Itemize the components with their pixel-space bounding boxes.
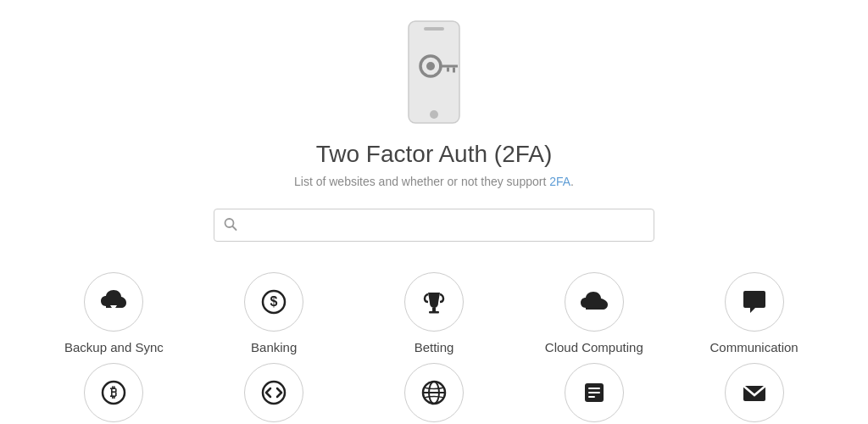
page-container: Two Factor Auth (2FA) List of websites a… xyxy=(0,0,868,424)
category-backup-sync[interactable]: Backup and Sync xyxy=(37,272,190,354)
svg-text:₿: ₿ xyxy=(110,385,117,399)
svg-rect-23 xyxy=(588,388,600,389)
category-banking[interactable]: $ Banking xyxy=(198,272,350,354)
svg-point-2 xyxy=(430,110,438,119)
svg-rect-24 xyxy=(588,392,600,393)
communication-label: Communication xyxy=(709,340,798,354)
svg-rect-14 xyxy=(432,308,436,311)
cloud-computing-label: Cloud Computing xyxy=(545,340,643,354)
svg-rect-7 xyxy=(447,68,449,72)
banking-label: Banking xyxy=(251,340,297,354)
categories-row-2: ₿ Cryptocurrencies Developer xyxy=(34,363,834,424)
search-icon xyxy=(224,217,237,233)
svg-rect-5 xyxy=(439,65,458,68)
betting-label: Betting xyxy=(415,340,454,354)
betting-icon-circle xyxy=(404,272,464,332)
cryptocurrencies-icon-circle: ₿ xyxy=(84,363,143,422)
svg-rect-25 xyxy=(588,396,595,398)
categories-grid: Backup and Sync $ Banking xyxy=(0,272,868,424)
svg-rect-0 xyxy=(409,21,459,123)
category-domains[interactable]: Domains xyxy=(358,363,510,424)
hero-icon xyxy=(400,17,468,127)
banking-icon-circle: $ xyxy=(244,272,303,332)
svg-text:$: $ xyxy=(270,294,278,309)
developer-icon-circle xyxy=(244,363,303,422)
cloud-computing-icon-circle xyxy=(565,272,624,332)
svg-rect-6 xyxy=(453,68,455,73)
domains-icon-circle xyxy=(404,363,464,422)
page-title: Two Factor Auth (2FA) xyxy=(316,141,553,168)
category-cryptocurrencies[interactable]: ₿ Cryptocurrencies xyxy=(37,363,190,424)
backup-sync-icon-circle xyxy=(84,272,143,332)
svg-rect-1 xyxy=(424,27,444,31)
search-container xyxy=(214,209,654,242)
svg-line-9 xyxy=(233,226,236,230)
education-icon-circle xyxy=(565,363,624,422)
svg-rect-15 xyxy=(429,311,439,314)
backup-sync-label: Backup and Sync xyxy=(64,340,164,354)
category-betting[interactable]: Betting xyxy=(358,272,510,354)
categories-row-1: Backup and Sync $ Banking xyxy=(34,272,834,354)
category-education[interactable]: Education xyxy=(518,363,670,424)
2fa-link[interactable]: 2FA xyxy=(549,175,570,188)
svg-rect-11 xyxy=(113,305,115,310)
communication-icon-circle xyxy=(725,272,784,332)
search-input[interactable] xyxy=(214,209,654,242)
category-communication[interactable]: Communication xyxy=(678,272,831,354)
svg-point-4 xyxy=(426,62,435,70)
category-email[interactable]: Email xyxy=(678,363,831,424)
category-developer[interactable]: Developer xyxy=(198,363,350,424)
category-cloud-computing[interactable]: Cloud Computing xyxy=(518,272,670,354)
email-icon-circle xyxy=(725,363,784,422)
subtitle: List of websites and whether or not they… xyxy=(294,175,574,188)
